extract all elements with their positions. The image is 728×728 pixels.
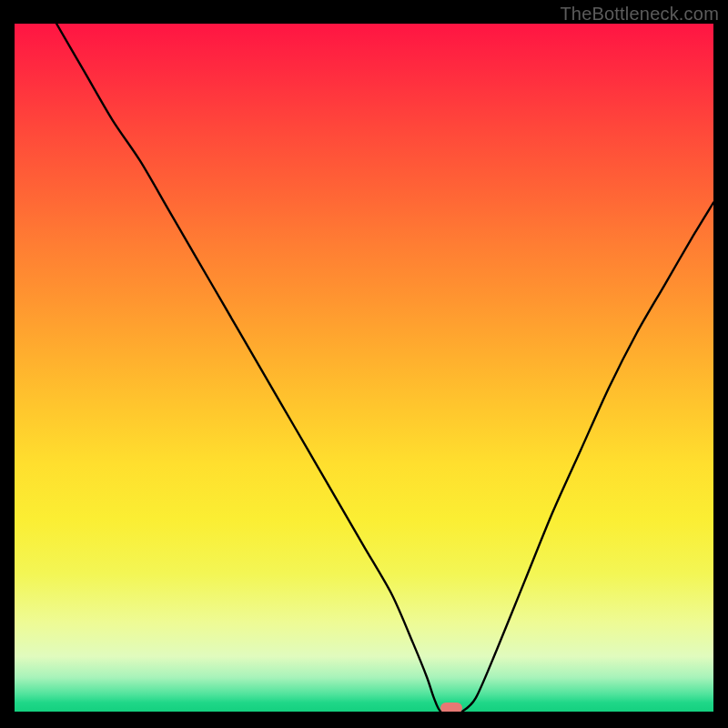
bottleneck-curve: [15, 24, 713, 712]
plot-area: [15, 24, 713, 712]
watermark-label: TheBottleneck.com: [560, 4, 719, 25]
chart-frame: TheBottleneck.com: [0, 0, 728, 728]
minimum-marker: [440, 703, 462, 712]
